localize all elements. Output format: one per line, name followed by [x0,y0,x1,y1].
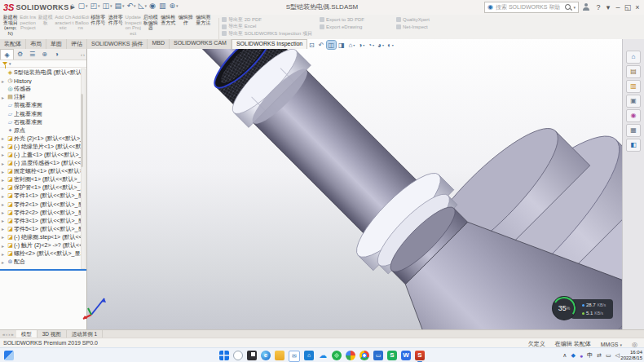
taskbar-app-icon[interactable]: ▭ [373,351,383,360]
tree-item[interactable]: ▱ 上视基准面 [0,109,82,117]
ribbon-button[interactable]: 选择零件序号 [107,15,125,38]
command-tab[interactable]: 评估 [67,39,87,49]
taskbar-app-icon[interactable] [247,351,257,360]
taskbar-app-icon[interactable]: ☁ [318,351,328,360]
window-control-button[interactable]: ▾ [603,3,613,11]
tree-item[interactable]: ◎ 传感器 [0,85,82,93]
view-tool-button[interactable]: ◫ [327,41,336,49]
search-caret-icon[interactable]: ▾ [573,5,576,10]
view-tool-button[interactable]: ⌂▾ [348,41,356,49]
export-button[interactable]: Net-Inspect [396,24,455,31]
search-icon[interactable] [565,4,571,10]
view-tool-button[interactable]: ◨ [337,41,346,49]
tree-scrollbar[interactable] [81,68,86,269]
tree-item[interactable]: ▸ ◪ (-) 触片 (2)<2> ->? (默认<<默认>_ [0,241,82,249]
dropdown-caret-icon[interactable]: ▾ [392,43,394,47]
tab-nav-button[interactable]: ‹ [6,332,7,337]
export-button[interactable]: 导出至 2D PDF [222,16,313,24]
view-tool-button[interactable]: ◕▾ [377,41,385,49]
window-control-button[interactable]: – [613,3,623,11]
dropdown-caret-icon[interactable]: ▾ [382,43,384,47]
window-control-button[interactable]: ◱ [623,3,633,11]
command-tab[interactable]: 装配体 [0,39,26,49]
tree-item[interactable]: ▸ ◷ History [0,77,82,85]
taskbar-app-icon[interactable] [332,351,342,360]
taskbar-app-icon[interactable] [275,351,285,360]
task-pane-tab[interactable]: ⌂ [626,51,641,64]
search-input[interactable]: 搜索 SOLIDWORKS 帮助 [496,3,563,11]
filter-caret-icon[interactable]: ▾ [9,61,11,66]
task-pane-tab[interactable]: ◧ [626,139,641,152]
tree-item[interactable]: ◈ S型铠装热电偶 (默认<默认>_显示状态-1 [0,68,82,77]
ribbon-button[interactable]: Add/Edit Balloons [72,15,90,38]
export-button[interactable]: Export to 3D PDF [320,16,390,24]
tree-item[interactable]: ▸ ◪ (-) 上盖<1> (默认<<默认>_显示状态 [0,151,82,159]
taskbar-clock[interactable]: 16:04 2022/8/15 [620,350,642,361]
taskbar-app-icon[interactable] [346,351,355,360]
tab-nav-button[interactable]: « [2,332,5,337]
ribbon-button[interactable]: Edit Inspection Project [20,15,37,38]
export-button[interactable]: Export eDrawing [320,24,390,31]
command-tab[interactable]: MBD [148,39,170,49]
view-tool-button[interactable]: ◑▾ [357,41,365,49]
export-button[interactable]: 导出至 Excel [222,24,313,31]
tree-item[interactable]: ▸ ◪ 零件2<2> (默认<<默认>_显示状态 [0,209,82,217]
tree-item[interactable]: ▸ ◪ (-) 绝缘垫片<1> (默认<<默认>_显示 [0,143,82,151]
tray-icon[interactable]: ⇄ [597,352,602,359]
view-tool-button[interactable]: ↶ [318,41,326,49]
ribbon-button[interactable]: Add Characteristic [55,15,73,38]
tree-item[interactable]: ▸ ◪ (-) 温度传感器<1> (默认<<默认>_显 [0,159,82,167]
ribbon-button[interactable]: 编辑测量方法 [195,15,213,38]
ribbon-button[interactable]: 编辑检查方式 [160,15,178,38]
rollback-bar[interactable] [0,269,86,271]
tree-item[interactable]: ▱ 右视基准面 [0,118,82,126]
window-control-button[interactable]: ? [593,3,603,11]
taskbar-app-icon[interactable]: e [261,351,271,360]
tree-item[interactable]: ▸ ◪ 螺栓<2> (默认<<默认>_显示状态 [0,249,82,258]
task-pane-tab[interactable]: ▤ [626,65,641,78]
usage-percent-ball[interactable]: 35% [553,297,576,320]
tab-nav-button[interactable]: » [11,332,13,337]
panel-tab[interactable]: ◑ [51,49,63,60]
tray-icon[interactable]: ◁ [615,352,620,359]
tree-item[interactable]: ▸ ⊚ 配合 [0,258,82,266]
login-button[interactable] [583,3,589,11]
taskbar-app-icon[interactable]: ✉ [289,351,300,362]
task-pane-tab[interactable]: ▦ [626,124,641,137]
tree-item[interactable]: ▸ ◪ 保护管<1> (默认<<默认>_显示状态 [0,183,82,192]
taskbar-app-icon[interactable]: ⌂ [304,351,314,360]
window-control-button[interactable]: × [633,3,642,11]
tree-item[interactable]: ▸ ◪ 零件2<1> (默认<<默认>_显示状态 [0,201,82,209]
dropdown-caret-icon[interactable]: ▾ [363,43,364,47]
command-tab[interactable]: SOLIDWORKS Inspection [232,39,307,49]
tree-item[interactable]: ▸ ◪ 固定螺栓<1> (默认<<默认>_显示状 [0,167,82,175]
viewport-canvas[interactable]: ◎ ⊡ ↶ ◫ ◨ ⌂▾ [86,39,623,329]
ribbon-button[interactable]: 新建检查项目 (amp;N) [2,15,20,38]
tray-icon[interactable]: ▭ [606,352,611,359]
export-button[interactable]: QualityXpert [396,16,455,24]
taskbar-app-icon[interactable] [219,351,229,360]
scroll-right-icon[interactable]: › [83,52,85,57]
task-pane-tab[interactable]: ▥ [626,80,641,93]
panel-tab[interactable]: ◈ [0,49,14,60]
tree-item[interactable]: ▸ ◪ 零件5<1> (默认<<默认>_显示状态 [0,225,82,233]
command-tab[interactable]: 布局 [26,39,46,49]
tree-item[interactable]: ▸ ◪ 零件3<1> (默认<<默认>_显示状态 [0,217,82,225]
float-ball-widget[interactable]: 28.7 KB/s 5.1 KB/s 35% [553,297,620,321]
taskbar-app-icon[interactable] [359,351,369,360]
ribbon-button[interactable]: 启动模板编辑器 [142,15,160,38]
command-tab[interactable]: 草图 [46,39,67,49]
command-tab[interactable]: SOLIDWORKS CAM [170,39,232,49]
tree-filter-bar[interactable]: ▾ [0,60,86,68]
tray-icon[interactable]: ● [580,353,583,359]
taskbar-app-icon[interactable] [233,351,243,360]
view-tool-button[interactable]: ◐▾ [386,41,395,49]
tree-item[interactable]: ▸ ◪ (-) 绝缘圈.step<1> (默认<<默认>_ [0,233,82,241]
task-pane-tab[interactable]: ▣ [626,95,641,108]
ribbon-button[interactable]: 移除零件序号 [90,15,108,38]
tab-nav-button[interactable]: › [8,332,10,337]
export-button[interactable]: 导出至 SOLIDWORKS Inspection 项目 [222,30,313,38]
taskbar-app-icon[interactable]: W [401,351,411,360]
tree-item[interactable]: ⌖ 原点 [0,126,82,135]
dropdown-caret-icon[interactable]: ▾ [373,43,374,47]
